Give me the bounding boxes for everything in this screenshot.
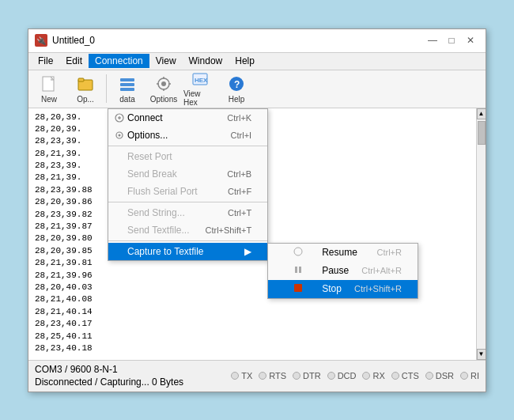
- string-shortcut: Ctrl+T: [228, 208, 251, 218]
- terminal-line: 28,25,40.11: [35, 331, 470, 342]
- data-icon: [118, 74, 137, 93]
- pause-label: Pause: [322, 265, 349, 276]
- tx-dot: [231, 372, 239, 380]
- menu-sep3: [108, 240, 267, 241]
- dsr-label: DSR: [436, 371, 454, 380]
- submenu-resume: Resume Ctrl+R: [268, 244, 418, 262]
- connect-icon: [111, 112, 127, 124]
- connect-shortcut: Ctrl+K: [227, 113, 251, 123]
- options-label: Options...: [127, 130, 168, 141]
- textfile-icon: [111, 224, 127, 236]
- connection-menu: Connect Ctrl+K Options... Ctrl+I: [108, 108, 268, 261]
- help-icon: ?: [227, 74, 246, 93]
- svg-rect-24: [294, 284, 302, 292]
- toolbar-hex[interactable]: HEX View Hex: [183, 72, 217, 105]
- title-bar: 🔌 Untitled_0 — □ ✕: [28, 29, 486, 53]
- indicator-dcd: DCD: [327, 371, 357, 380]
- flush-icon: [111, 185, 127, 198]
- cts-label: CTS: [402, 371, 419, 380]
- string-label: Send String...: [127, 207, 185, 218]
- dsr-dot: [425, 372, 433, 380]
- rx-dot: [362, 372, 370, 380]
- flush-shortcut: Ctrl+F: [228, 187, 251, 196]
- dcd-dot: [327, 372, 335, 380]
- svg-rect-22: [295, 267, 297, 273]
- submenu-pause: Pause Ctrl+Alt+R: [268, 262, 418, 280]
- indicator-rx: RX: [362, 371, 384, 380]
- scroll-down-arrow[interactable]: ▼: [477, 349, 486, 360]
- rts-dot: [259, 372, 266, 380]
- dcd-label: DCD: [338, 371, 357, 380]
- menu-string: Send String... Ctrl+T: [108, 204, 267, 221]
- menu-window[interactable]: Window: [183, 54, 229, 68]
- toolbar-help-label: Help: [229, 95, 245, 104]
- minimize-button[interactable]: —: [424, 32, 441, 48]
- window-icon: 🔌: [35, 34, 47, 47]
- svg-rect-23: [299, 267, 301, 273]
- ri-dot: [460, 372, 468, 380]
- toolbar-help[interactable]: ? Help: [219, 72, 254, 105]
- toolbar-open-label: Op...: [77, 95, 94, 104]
- close-button[interactable]: ✕: [462, 32, 479, 48]
- connection-dropdown: Connect Ctrl+K Options... Ctrl+I: [108, 108, 268, 261]
- reset-label: Reset Port: [127, 151, 172, 162]
- maximize-button[interactable]: □: [443, 32, 460, 48]
- dtr-label: DTR: [303, 371, 321, 380]
- options-shortcut: Ctrl+I: [231, 131, 252, 140]
- tx-label: TX: [241, 371, 252, 380]
- indicator-tx: TX: [231, 371, 252, 380]
- toolbar-new[interactable]: New: [32, 72, 66, 105]
- toolbar-sep1: [106, 74, 107, 103]
- indicator-cts: CTS: [391, 371, 419, 380]
- dtr-dot: [293, 372, 300, 380]
- scroll-thumb[interactable]: [478, 121, 486, 145]
- title-controls: — □ ✕: [424, 32, 479, 48]
- rts-label: RTS: [269, 371, 286, 380]
- pause-icon: [290, 265, 306, 277]
- break-label: Send Break: [127, 168, 177, 180]
- menu-options[interactable]: Options... Ctrl+I: [108, 127, 267, 144]
- svg-rect-4: [120, 83, 134, 86]
- resume-label: Resume: [322, 247, 357, 258]
- stop-icon: [290, 283, 306, 295]
- menubar: File Edit Connection View Window Help: [28, 53, 486, 70]
- rx-label: RX: [372, 371, 384, 380]
- menu-break: Send Break Ctrl+B: [108, 165, 267, 183]
- svg-point-7: [161, 81, 166, 86]
- menu-edit[interactable]: Edit: [59, 54, 89, 68]
- port-status: COM3 / 9600 8-N-1: [35, 364, 225, 375]
- status-indicators: TX RTS DTR DCD: [231, 371, 356, 380]
- menu-view[interactable]: View: [149, 54, 183, 68]
- svg-text:?: ?: [234, 79, 240, 90]
- pause-shortcut: Ctrl+Alt+R: [361, 266, 402, 275]
- connect-label: Connect: [127, 112, 163, 123]
- menu-file[interactable]: File: [32, 54, 59, 68]
- scroll-up-arrow[interactable]: ▲: [477, 108, 486, 119]
- toolbar-new-label: New: [41, 95, 57, 104]
- toolbar-options[interactable]: Options: [146, 72, 181, 105]
- menu-reset: Reset Port: [108, 148, 267, 165]
- menu-help[interactable]: Help: [229, 54, 261, 68]
- toolbar-data[interactable]: data: [110, 72, 145, 105]
- toolbar-options-label: Options: [150, 95, 177, 104]
- open-icon: [76, 74, 95, 93]
- submenu-stop[interactable]: Stop Ctrl+Shift+R: [268, 280, 418, 298]
- new-icon: [40, 74, 59, 93]
- stop-shortcut: Ctrl+Shift+R: [354, 284, 402, 293]
- indicator-rts: RTS: [259, 371, 286, 380]
- ri-label: RI: [471, 371, 479, 380]
- vertical-scrollbar[interactable]: ▲ ▼: [476, 108, 486, 360]
- toolbar-open[interactable]: Op...: [68, 72, 103, 105]
- string-icon: [111, 206, 127, 219]
- svg-text:HEX: HEX: [195, 77, 208, 84]
- menu-connection[interactable]: Connection: [89, 54, 149, 68]
- indicator-dsr: DSR: [425, 371, 454, 380]
- menu-flush: Flush Serial Port Ctrl+F: [108, 183, 267, 200]
- menu-connect[interactable]: Connect Ctrl+K: [108, 109, 267, 127]
- menu-capture[interactable]: Capture to Textfile ▶ Resume: [108, 243, 267, 260]
- break-icon: [111, 168, 127, 180]
- terminal-line: 28,23,40.17: [35, 318, 470, 330]
- status-left: COM3 / 9600 8-N-1 Disconnected / Capturi…: [35, 364, 225, 388]
- resume-shortcut: Ctrl+R: [376, 248, 401, 257]
- submenu-menu: Resume Ctrl+R Pause: [267, 243, 418, 299]
